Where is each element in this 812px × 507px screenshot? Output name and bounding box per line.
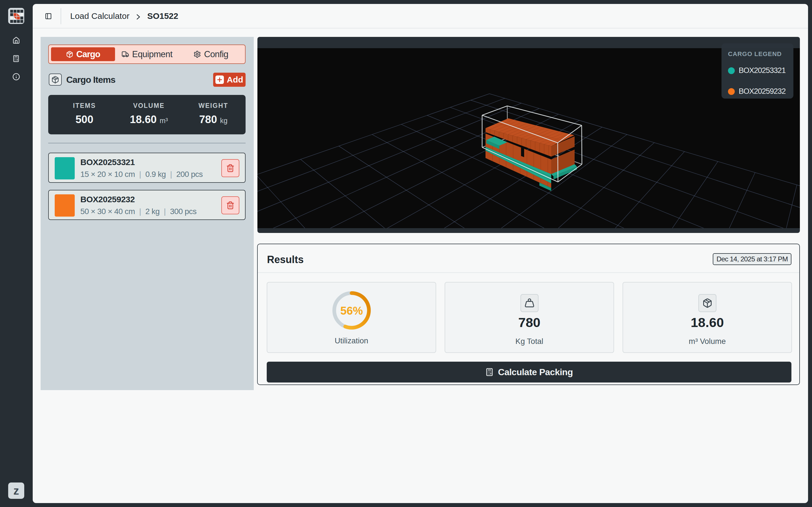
svg-text:56%: 56%	[340, 304, 363, 317]
